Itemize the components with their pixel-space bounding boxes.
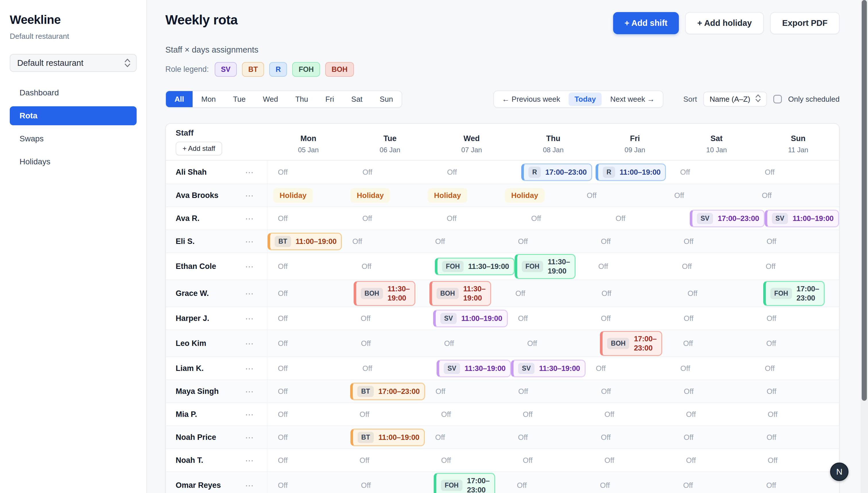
- row-menu-icon[interactable]: ⋯: [245, 261, 254, 272]
- rota-cell-sun[interactable]: Off: [751, 184, 839, 207]
- rota-cell-sat[interactable]: Off: [673, 230, 756, 253]
- rota-cell-wed[interactable]: FOH17:00–23:00: [434, 472, 507, 493]
- add-holiday-button[interactable]: + Add holiday: [685, 12, 764, 34]
- shift-chip[interactable]: FOH17:00–23:00: [434, 473, 495, 493]
- rota-cell-wed[interactable]: Off: [431, 449, 512, 471]
- rota-cell-tue[interactable]: Off: [350, 307, 433, 329]
- rota-cell-fri[interactable]: Off: [606, 207, 690, 230]
- day-tab-wed[interactable]: Wed: [254, 91, 287, 107]
- day-tab-thu[interactable]: Thu: [287, 91, 317, 107]
- day-tab-tue[interactable]: Tue: [225, 91, 254, 107]
- rota-cell-sat[interactable]: Off: [673, 330, 756, 357]
- rota-cell-fri[interactable]: Off: [591, 280, 677, 306]
- rota-cell-sat[interactable]: SV17:00–23:00: [690, 207, 765, 230]
- rota-cell-mon[interactable]: Off: [268, 330, 351, 357]
- rota-cell-mon[interactable]: Off: [268, 380, 350, 403]
- rota-cell-sat[interactable]: Off: [676, 449, 757, 471]
- rota-cell-sun[interactable]: Off: [756, 426, 839, 448]
- shift-chip[interactable]: SV11:30–19:00: [511, 360, 585, 377]
- shift-chip[interactable]: FOH11:30–19:00: [515, 254, 575, 279]
- rota-cell-wed[interactable]: BOH11:30–19:00: [429, 280, 505, 306]
- rota-cell-thu[interactable]: FOH11:30–19:00: [515, 253, 588, 280]
- shift-chip[interactable]: BOH17:00–23:00: [600, 331, 662, 356]
- rota-cell-tue[interactable]: Off: [349, 449, 431, 471]
- rota-cell-wed[interactable]: FOH11:30–19:00: [435, 253, 515, 280]
- day-tab-all[interactable]: All: [166, 91, 192, 107]
- rota-cell-thu[interactable]: Off: [508, 230, 591, 253]
- rota-cell-sun[interactable]: Off: [756, 230, 839, 253]
- rota-cell-sun[interactable]: Off: [755, 253, 839, 280]
- rota-cell-sun[interactable]: Off: [756, 330, 839, 357]
- row-menu-icon[interactable]: ⋯: [245, 288, 254, 299]
- shift-chip[interactable]: SV11:30–19:00: [437, 360, 511, 377]
- shift-chip[interactable]: BT17:00–23:00: [350, 383, 425, 400]
- rota-cell-sat[interactable]: Off: [673, 307, 756, 329]
- rota-cell-thu[interactable]: Off: [508, 380, 591, 403]
- shift-chip[interactable]: SV11:00–19:00: [433, 310, 507, 327]
- rota-cell-sat[interactable]: Off: [673, 426, 756, 448]
- export-pdf-button[interactable]: Export PDF: [770, 12, 840, 34]
- next-week-button[interactable]: Next week →: [610, 95, 655, 104]
- rota-cell-mon[interactable]: Off: [268, 207, 352, 230]
- row-menu-icon[interactable]: ⋯: [245, 455, 254, 466]
- rota-cell-tue[interactable]: Off: [342, 230, 425, 253]
- rota-cell-wed[interactable]: Off: [425, 380, 508, 403]
- rota-cell-sat[interactable]: Off: [670, 160, 755, 184]
- sidebar-item-dashboard[interactable]: Dashboard: [10, 83, 137, 102]
- rota-cell-fri[interactable]: Off: [594, 449, 676, 471]
- rota-cell-fri[interactable]: BOH17:00–23:00: [600, 330, 673, 357]
- rota-cell-tue[interactable]: Off: [352, 207, 436, 230]
- rota-cell-wed[interactable]: Off: [425, 230, 508, 253]
- rota-cell-fri[interactable]: R11:00–19:00: [596, 160, 670, 184]
- shift-chip[interactable]: SV17:00–23:00: [690, 210, 765, 227]
- rota-cell-sun[interactable]: Off: [754, 160, 839, 184]
- row-menu-icon[interactable]: ⋯: [245, 363, 254, 373]
- sidebar-item-holidays[interactable]: Holidays: [10, 152, 137, 171]
- rota-cell-wed[interactable]: Holiday: [422, 184, 499, 207]
- rota-cell-thu[interactable]: Off: [505, 280, 591, 306]
- rota-cell-tue[interactable]: Off: [352, 160, 437, 184]
- rota-cell-thu[interactable]: Off: [512, 449, 594, 471]
- rota-cell-tue[interactable]: Off: [352, 357, 436, 380]
- rota-cell-sat[interactable]: Off: [673, 380, 756, 403]
- shift-chip[interactable]: R11:00–19:00: [596, 164, 666, 181]
- rota-cell-mon[interactable]: BT11:00–19:00: [268, 230, 342, 253]
- only-scheduled-checkbox[interactable]: [773, 95, 782, 103]
- day-tab-sat[interactable]: Sat: [343, 91, 371, 107]
- rota-cell-thu[interactable]: Off: [508, 307, 591, 329]
- rota-cell-thu[interactable]: Off: [508, 426, 591, 448]
- rota-cell-tue[interactable]: BT11:00–19:00: [350, 426, 425, 448]
- row-menu-icon[interactable]: ⋯: [245, 191, 254, 200]
- rota-cell-thu[interactable]: Off: [507, 472, 590, 493]
- rota-cell-fri[interactable]: Off: [591, 380, 673, 403]
- rota-cell-mon[interactable]: Off: [268, 307, 350, 329]
- rota-cell-thu[interactable]: Off: [521, 207, 605, 230]
- day-tab-sun[interactable]: Sun: [371, 91, 402, 107]
- rota-cell-sun[interactable]: SV11:00–19:00: [765, 207, 839, 230]
- rota-cell-wed[interactable]: Off: [437, 160, 521, 184]
- previous-week-button[interactable]: ← Previous week: [502, 95, 560, 104]
- rota-cell-mon[interactable]: Off: [268, 403, 349, 426]
- row-menu-icon[interactable]: ⋯: [245, 432, 254, 443]
- rota-cell-thu[interactable]: R17:00–23:00: [521, 160, 596, 184]
- row-menu-icon[interactable]: ⋯: [245, 386, 254, 396]
- rota-cell-thu[interactable]: Holiday: [499, 184, 576, 207]
- shift-chip[interactable]: BT11:00–19:00: [350, 429, 425, 446]
- shift-chip[interactable]: BOH11:30–19:00: [429, 281, 491, 306]
- scrollbar-thumb[interactable]: [862, 0, 867, 401]
- rota-cell-wed[interactable]: Off: [434, 330, 517, 357]
- rota-cell-sun[interactable]: Off: [757, 403, 839, 426]
- row-menu-icon[interactable]: ⋯: [245, 314, 254, 323]
- rota-cell-wed[interactable]: SV11:00–19:00: [433, 307, 507, 329]
- rota-cell-fri[interactable]: Off: [586, 357, 670, 380]
- rota-cell-thu[interactable]: SV11:30–19:00: [511, 357, 585, 380]
- shift-chip[interactable]: FOH17:00–23:00: [763, 281, 825, 306]
- shift-chip[interactable]: FOH11:30–19:00: [435, 258, 515, 275]
- rota-cell-fri[interactable]: Off: [576, 184, 664, 207]
- rota-cell-wed[interactable]: Off: [425, 426, 508, 448]
- rota-cell-thu[interactable]: Off: [512, 403, 594, 426]
- rota-cell-mon[interactable]: Off: [268, 160, 352, 184]
- rota-cell-sat[interactable]: Off: [676, 403, 757, 426]
- rota-cell-sun[interactable]: Off: [756, 380, 839, 403]
- shift-chip[interactable]: BOH11:30–19:00: [353, 281, 415, 306]
